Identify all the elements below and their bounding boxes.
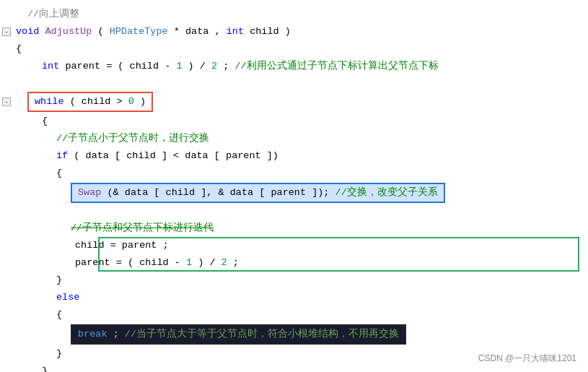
var-data: data	[185, 26, 209, 37]
code-line-1: //向上调整	[0, 6, 588, 23]
s-swap1: (&	[107, 187, 119, 198]
code-line-13: //子节点和父节点下标进行迭代	[0, 220, 588, 237]
line-content-15: parent = ( child - 1 ) / 2 ;	[13, 255, 588, 271]
semi-break: ;	[113, 329, 119, 339]
brace-open-1: {	[16, 43, 22, 54]
var-parent2: parent	[226, 150, 261, 161]
s-brk2: ] <	[162, 150, 185, 161]
var-child: child	[250, 26, 279, 37]
line-content-2: void AdjustUp ( HPDateType * data , int …	[13, 24, 588, 40]
line-content-19: break ; //当子节点大于等于父节点时，符合小根堆结构，不用再交换	[13, 324, 588, 345]
kw-while: while	[35, 96, 64, 107]
gutter-6: -	[0, 98, 13, 106]
while-highlight-red: while ( child > 0 )	[27, 92, 153, 112]
s-while: (	[70, 96, 76, 107]
code-line-15: parent = ( child - 1 ) / 2 ;	[0, 254, 588, 272]
brace-close-if: }	[56, 274, 62, 285]
kw-else: else	[56, 292, 79, 303]
s5: ;	[223, 61, 229, 72]
s-assign1: =	[110, 240, 122, 251]
s3: -	[164, 61, 176, 72]
comment-text: //向上调整	[27, 9, 79, 20]
var-child2: child	[130, 61, 159, 72]
kw-break: break	[78, 329, 107, 339]
line-content-1: //向上调整	[13, 7, 588, 22]
var-parent-assign: parent	[75, 257, 110, 268]
code-line-5	[0, 75, 588, 91]
line-content-13: //子节点和父节点下标进行迭代	[13, 220, 588, 236]
code-line-8: //子节点小于父节点时，进行交换	[0, 130, 588, 147]
green-block-wrapper: child = parent ; parent = ( child - 1 ) …	[0, 237, 588, 272]
code-viewer: //向上调整 - void AdjustUp ( HPDateType * da…	[0, 0, 588, 372]
code-line-17: else	[0, 289, 588, 306]
s-swap3: ], &	[201, 187, 224, 198]
code-line-3: {	[0, 40, 588, 58]
s-semi1: ;	[163, 240, 169, 251]
code-line-10: {	[0, 165, 588, 182]
s-brk4: ])	[267, 150, 278, 161]
line-content-4: int parent = ( child - 1 ) / 2 ; //利用公式通…	[13, 59, 588, 74]
s2: = (	[106, 61, 123, 72]
var-child-while: child	[82, 96, 111, 107]
code-line-16: }	[0, 272, 588, 289]
line-content-18: {	[13, 307, 588, 323]
var-child5: child	[139, 257, 169, 268]
comment-swap-cond: //子节点小于父节点时，进行交换	[56, 133, 209, 144]
kw-int: int	[227, 26, 244, 37]
fn-adjustup: AdjustUp	[45, 26, 92, 37]
code-line-6: - while ( child > 0 )	[0, 91, 588, 113]
var-data4: data	[125, 187, 148, 198]
code-line-7: {	[0, 113, 588, 130]
s-semi2: ;	[233, 257, 239, 268]
code-line-19: break ; //当子节点大于等于父节点时，符合小根堆结构，不用再交换	[0, 324, 588, 345]
s-swap2: [	[154, 187, 159, 198]
brace-else-open: {	[56, 309, 62, 320]
collapse-icon-6[interactable]: -	[2, 98, 11, 106]
comment-swap: //交换，改变父子关系	[335, 187, 438, 198]
swap-highlight-blue: Swap (& data [ child ], & data [ parent …	[71, 183, 445, 203]
code-line-14: child = parent ;	[0, 237, 588, 254]
code-line-9: if ( data [ child ] < data [ parent ])	[0, 147, 588, 165]
var-child-assign: child	[75, 240, 105, 251]
line-content-3: {	[13, 41, 588, 57]
kw-void: void	[16, 26, 39, 37]
s-brk1: [	[115, 150, 120, 161]
comment-break: //当子节点大于等于父节点时，符合小根堆结构，不用再交换	[125, 329, 399, 339]
line-content-10: {	[13, 165, 588, 181]
s-minus: -	[175, 257, 186, 268]
line-content-14: child = parent ;	[13, 238, 588, 254]
line-content-17: else	[13, 290, 588, 306]
var-parent3: parent	[271, 187, 306, 198]
comma: ,	[215, 26, 227, 37]
num-0: 0	[128, 96, 134, 107]
var-data5: data	[230, 187, 253, 198]
gutter-2: -	[0, 27, 13, 36]
code-line-4: int parent = ( child - 1 ) / 2 ; //利用公式通…	[0, 58, 588, 75]
num-1b: 1	[186, 257, 192, 268]
comment-iterate: //子节点和父节点下标进行迭代	[71, 222, 214, 233]
watermark: CSDN @一只大喵咪1201	[478, 352, 576, 365]
kw-if: if	[56, 150, 68, 161]
s4: ) /	[188, 61, 211, 72]
code-line-2: - void AdjustUp ( HPDateType * data , in…	[0, 23, 588, 40]
line-content-9: if ( data [ child ] < data [ parent ])	[13, 148, 588, 164]
ptr: *	[174, 26, 185, 37]
line-content-6: while ( child > 0 )	[13, 92, 588, 112]
var-data2: data	[86, 150, 109, 161]
var-child3: child	[126, 150, 156, 161]
var-child4: child	[166, 187, 196, 198]
code-line-11: Swap (& data [ child ], & data [ parent …	[0, 182, 588, 204]
line-content-16: }	[13, 272, 588, 288]
collapse-icon-2[interactable]: -	[2, 27, 11, 36]
num-2b: 2	[221, 257, 227, 268]
code-line-12	[0, 204, 588, 220]
brace-if: {	[56, 168, 62, 178]
var-data3: data	[185, 150, 208, 161]
s-swap5: ]);	[312, 187, 329, 198]
line-content-8: //子节点小于父节点时，进行交换	[13, 131, 588, 147]
s-gt: >	[116, 96, 128, 107]
brace-while: {	[42, 116, 48, 126]
brace-while-close: }	[42, 365, 48, 372]
s-div: ) /	[198, 257, 221, 268]
s-swap4: [	[259, 187, 265, 198]
